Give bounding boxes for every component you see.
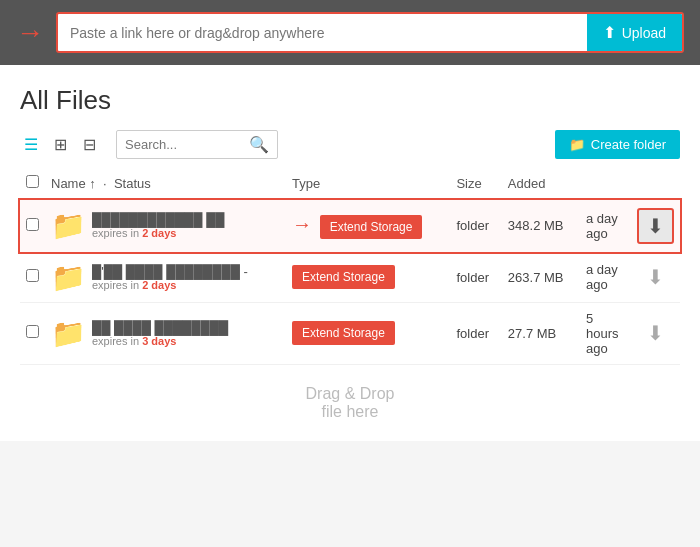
row-download-cell: ⬇ [630, 302, 680, 364]
row-filename-2: █'██ ████ ████████ - [92, 264, 248, 279]
row-checkbox-1[interactable] [26, 218, 39, 231]
folder-icon-2: 📁 [51, 261, 86, 294]
page-title: All Files [20, 85, 680, 116]
row-checkbox-cell [20, 200, 45, 253]
added-column-header: Added [502, 167, 580, 200]
upload-button-label: Upload [622, 25, 666, 41]
row-size-cell: 27.7 MB [502, 302, 580, 364]
row-checkbox-cell [20, 302, 45, 364]
row-expires-1: expires in 2 days [92, 227, 225, 239]
action-column-header [580, 167, 630, 200]
extend-arrow: → [292, 213, 312, 235]
row-download-cell: ⬇ [630, 252, 680, 302]
row-checkbox-cell [20, 252, 45, 302]
download-button-1[interactable]: ⬇ [637, 208, 674, 244]
table-header-row: Name ↑ · Status Type Size Added [20, 167, 680, 200]
drag-drop-area: Drag & Drop file here [20, 365, 680, 441]
folder-icon-1: 📁 [51, 209, 86, 242]
row-extend-cell: → Extend Storage [286, 200, 450, 253]
table-row: 📁 ████████████ ██ expires in 2 days → Ex… [20, 200, 680, 253]
list-view-button[interactable]: ☰ [20, 133, 42, 156]
row-type-cell: folder [450, 252, 501, 302]
row-added-cell: a day ago [580, 252, 630, 302]
select-all-header [20, 167, 45, 200]
file-table: Name ↑ · Status Type Size Added [20, 167, 680, 365]
upload-icon: ⬆ [603, 23, 616, 42]
search-area: 🔍 [116, 130, 278, 159]
grid-view-button[interactable]: ⊞ [50, 133, 71, 156]
download-button-2[interactable]: ⬇ [647, 265, 664, 289]
row-added-cell: 5 hours ago [580, 302, 630, 364]
extend-storage-button-1[interactable]: Extend Storage [320, 215, 423, 239]
upload-area: ⬆ Upload [56, 12, 684, 53]
row-name-cell: 📁 █'██ ████ ████████ - expires in 2 days [45, 252, 286, 302]
type-column-header: Type [286, 167, 450, 200]
name-column-header[interactable]: Name ↑ · Status [45, 167, 286, 200]
extend-storage-button-3[interactable]: Extend Storage [292, 321, 395, 345]
row-name-cell: 📁 ██ ████ ████████ expires in 3 days [45, 302, 286, 364]
row-filename-1: ████████████ ██ [92, 212, 225, 227]
download-button-3[interactable]: ⬇ [647, 321, 664, 345]
create-folder-label: Create folder [591, 137, 666, 152]
search-button[interactable]: 🔍 [249, 135, 269, 154]
row-size-cell: 348.2 MB [502, 200, 580, 253]
row-size-cell: 263.7 MB [502, 252, 580, 302]
extend-storage-button-2[interactable]: Extend Storage [292, 265, 395, 289]
table-row: 📁 █'██ ████ ████████ - expires in 2 days… [20, 252, 680, 302]
main-content: All Files ☰ ⊞ ⊟ 🔍 📁 Create folder [0, 65, 700, 441]
header-arrow-icon: → [16, 19, 44, 47]
row-name-cell: 📁 ████████████ ██ expires in 2 days [45, 200, 286, 253]
row-extend-cell: Extend Storage [286, 252, 450, 302]
folder-icon: 📁 [569, 137, 585, 152]
row-expires-2: expires in 2 days [92, 279, 248, 291]
row-type-cell: folder [450, 200, 501, 253]
url-input[interactable] [58, 17, 587, 49]
row-expires-3: expires in 3 days [92, 335, 228, 347]
view-toggle-group: ☰ ⊞ ⊟ [20, 133, 100, 156]
row-filename-3: ██ ████ ████████ [92, 320, 228, 335]
row-extend-cell: Extend Storage [286, 302, 450, 364]
app-header: → ⬆ Upload [0, 0, 700, 65]
row-checkbox-3[interactable] [26, 325, 39, 338]
drag-drop-line2: file here [40, 403, 660, 421]
row-download-cell: ⬇ [630, 200, 680, 253]
row-added-cell: a day ago [580, 200, 630, 253]
drag-drop-line1: Drag & Drop [40, 385, 660, 403]
size-column-header: Size [450, 167, 501, 200]
create-folder-button[interactable]: 📁 Create folder [555, 130, 680, 159]
upload-button[interactable]: ⬆ Upload [587, 14, 682, 51]
search-input[interactable] [125, 137, 245, 152]
file-table-wrapper: Name ↑ · Status Type Size Added [20, 167, 680, 441]
table-row: 📁 ██ ████ ████████ expires in 3 days Ext… [20, 302, 680, 364]
select-all-checkbox[interactable] [26, 175, 39, 188]
thumbnail-view-button[interactable]: ⊟ [79, 133, 100, 156]
row-type-cell: folder [450, 302, 501, 364]
folder-icon-3: 📁 [51, 317, 86, 350]
row-checkbox-2[interactable] [26, 269, 39, 282]
